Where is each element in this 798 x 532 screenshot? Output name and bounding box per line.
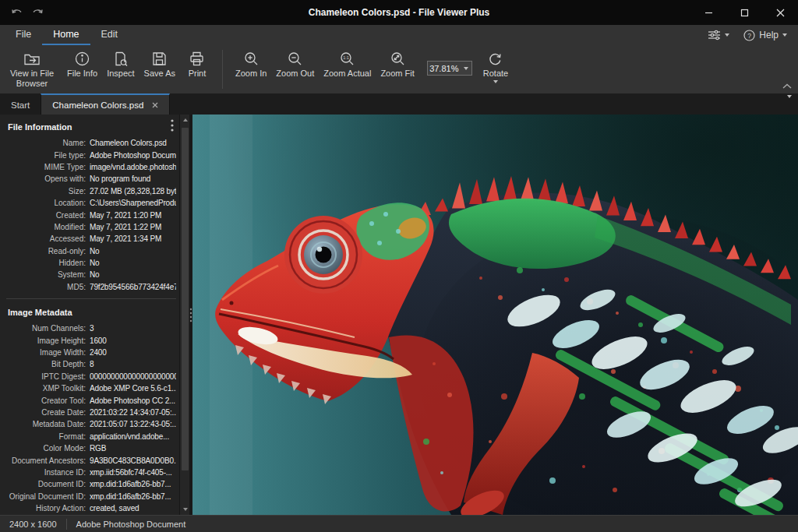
zoom-fit-icon xyxy=(390,51,406,67)
view-in-file-browser-button[interactable]: View in File Browser xyxy=(2,48,62,90)
metadata-row: History Action:created, saved xyxy=(6,502,176,514)
zoom-fit-button[interactable]: Zoom Fit xyxy=(376,48,418,81)
field-value: Adobe XMP Core 5.6-c1... xyxy=(90,384,176,393)
field-value: C:\Users\SharpenedProductio... xyxy=(90,199,176,207)
tab-close-button[interactable] xyxy=(152,102,158,108)
scrollbar-thumb[interactable] xyxy=(182,128,189,470)
zoom-level-control: 37.81% xyxy=(427,61,472,76)
field-label: MD5: xyxy=(6,283,86,291)
field-label: Create Date: xyxy=(6,408,86,417)
rotate-button[interactable]: Rotate xyxy=(478,48,513,86)
scroll-up-button[interactable] xyxy=(180,115,189,125)
svg-text:?: ? xyxy=(747,31,751,39)
field-value: Chameleon Colors.psd xyxy=(90,139,176,147)
image-dimensions: 2400 x 1600 xyxy=(0,520,66,529)
settings-button[interactable] xyxy=(708,30,729,41)
zoom-in-button[interactable]: Zoom In xyxy=(231,48,271,81)
help-icon: ? xyxy=(743,30,755,41)
menu-home[interactable]: Home xyxy=(42,25,90,45)
metadata-row: Bit Depth:8 xyxy=(6,358,176,370)
field-label: Original Document ID: xyxy=(6,492,86,501)
field-label: Creator Tool: xyxy=(6,396,86,405)
metadata-row: Format:application/vnd.adobe... xyxy=(6,431,176,442)
scroll-down-button[interactable] xyxy=(180,504,189,515)
field-value: 8 xyxy=(90,360,176,368)
panel-menu-button[interactable] xyxy=(171,119,174,134)
field-value: No xyxy=(90,259,176,267)
tab-chameleon-colors[interactable]: Chameleon Colors.psd xyxy=(41,93,170,115)
chevron-down-icon xyxy=(782,33,787,37)
undo-button[interactable] xyxy=(11,7,23,18)
metadata-row: Hidden:No xyxy=(6,257,176,269)
tab-start[interactable]: Start xyxy=(0,93,41,115)
zoom-out-button[interactable]: Zoom Out xyxy=(271,48,319,81)
window-title: Chameleon Colors.psd - File Viewer Plus xyxy=(0,7,798,18)
inspect-button[interactable]: Inspect xyxy=(102,48,139,81)
field-label: Location: xyxy=(6,199,86,207)
tab-list-dropdown[interactable] xyxy=(787,98,792,110)
field-value: Adobe Photoshop Document (... xyxy=(90,151,176,160)
info-icon xyxy=(74,51,90,67)
collapse-ribbon-button[interactable] xyxy=(782,79,792,91)
tab-label: Chameleon Colors.psd xyxy=(52,100,143,110)
metadata-row: Image Width:2400 xyxy=(6,347,176,358)
titlebar: Chameleon Colors.psd - File Viewer Plus xyxy=(0,0,798,25)
metadata-row: Create Date:2021:03:22 14:34:07-05:... xyxy=(6,407,176,418)
field-value: xmp.iid:56bfc74f-c405-... xyxy=(90,468,176,477)
section-title: File Information xyxy=(8,122,176,132)
menu-edit[interactable]: Edit xyxy=(90,25,129,45)
chevron-down-icon xyxy=(464,67,468,70)
close-button[interactable] xyxy=(762,0,798,25)
help-button[interactable]: ? Help xyxy=(743,30,787,41)
metadata-row: Color Mode:RGB xyxy=(6,442,176,454)
panel-scrollbar[interactable] xyxy=(179,115,189,515)
field-label: Metadata Date: xyxy=(6,420,86,428)
ribbon-toolbar: View in File Browser File Info Inspect S… xyxy=(0,45,798,93)
field-label: File type: xyxy=(6,151,86,160)
metadata-row: File type:Adobe Photoshop Document (... xyxy=(6,149,176,160)
zoom-actual-button[interactable]: 1:1 Zoom Actual xyxy=(319,48,376,81)
metadata-row: Document Ancestors:9A3B0C483CB8A0D0B0... xyxy=(6,454,176,466)
field-label: Hidden: xyxy=(6,259,86,267)
panel-section: Image MetadataNum Channels:3Image Height… xyxy=(6,298,176,515)
svg-text:1:1: 1:1 xyxy=(343,55,349,60)
field-label: Image Height: xyxy=(6,336,86,345)
section-title: Image Metadata xyxy=(8,308,176,317)
metadata-row: System:No xyxy=(6,269,176,280)
image-viewer[interactable] xyxy=(192,115,798,515)
field-label: Name: xyxy=(6,139,86,147)
zoom-level-dropdown[interactable] xyxy=(461,62,471,75)
field-value: Adobe Photoshop CC 2... xyxy=(90,396,176,405)
field-value: No xyxy=(90,270,176,279)
metadata-row: XMP Toolkit:Adobe XMP Core 5.6-c1... xyxy=(6,382,176,394)
field-value: xmp.did:1d6afb26-bb7... xyxy=(90,480,176,488)
chameleon-image xyxy=(192,115,798,515)
field-label: Image Width: xyxy=(6,348,86,357)
maximize-button[interactable] xyxy=(726,0,762,25)
metadata-row: Modified:May 7, 2021 1:22 PM xyxy=(6,221,176,233)
save-as-button[interactable]: Save As xyxy=(139,48,180,81)
field-value: No program found xyxy=(90,174,176,183)
field-value: 2400 xyxy=(90,348,176,357)
field-label: XMP Toolkit: xyxy=(6,384,86,393)
minimize-button[interactable] xyxy=(690,0,726,25)
rotate-icon xyxy=(487,51,503,67)
chevron-down-icon xyxy=(787,95,792,110)
file-format-label: Adobe Photoshop Document xyxy=(67,520,196,529)
field-label: Accessed: xyxy=(6,234,86,243)
menu-file[interactable]: File xyxy=(5,25,42,45)
folder-browse-icon xyxy=(23,51,41,67)
print-button[interactable]: Print xyxy=(180,48,214,81)
metadata-row: Size:27.02 MB (28,328,128 bytes) xyxy=(6,185,176,197)
save-icon xyxy=(151,51,168,67)
field-label: History Action: xyxy=(6,504,86,513)
field-label: Read-only: xyxy=(6,247,86,255)
field-value: application/vnd.adobe... xyxy=(90,432,176,441)
field-label: Document ID: xyxy=(6,480,86,488)
metadata-row: Creator Tool:Adobe Photoshop CC 2... xyxy=(6,394,176,406)
file-info-button[interactable]: File Info xyxy=(62,48,102,81)
redo-button[interactable] xyxy=(31,7,44,18)
field-value: RGB xyxy=(90,444,176,453)
field-value: image/vnd.adobe.photoshop xyxy=(90,163,176,171)
zoom-level-input[interactable]: 37.81% xyxy=(428,64,461,73)
